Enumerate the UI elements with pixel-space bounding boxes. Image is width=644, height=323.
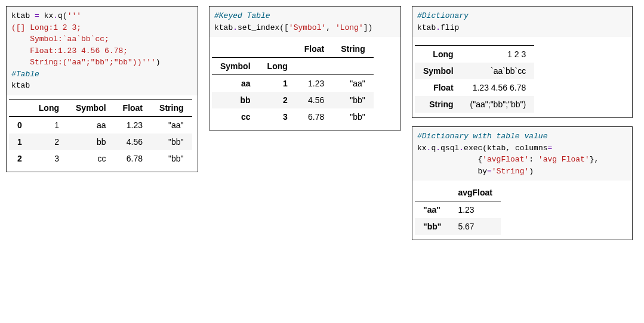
cell: cc — [67, 150, 115, 167]
table-row: 1 2 bb 4.56 "bb" — [9, 133, 192, 150]
cell: 1.23 — [449, 201, 501, 219]
cell: 1.23 — [296, 75, 332, 92]
cell: "bb" — [151, 150, 192, 167]
cell: "bb" — [332, 108, 373, 125]
table-row: bb 2 4.56 "bb" — [212, 92, 374, 108]
code-text: 'Symbol' — [289, 23, 326, 32]
cell-key: 2 — [259, 92, 296, 108]
right-column: #Dictionary ktab.flip Long 1 2 3 Symbol … — [412, 6, 633, 240]
output-dict: Long 1 2 3 Symbol `aa`bb`cc Float 1.23 4… — [415, 45, 534, 113]
table-row: "bb" 5.67 — [415, 218, 501, 235]
panel-dictionary: #Dictionary ktab.flip Long 1 2 3 Symbol … — [412, 6, 633, 118]
cell: 5.67 — [449, 218, 501, 235]
cell: 3 — [30, 150, 67, 167]
code-text: ) — [529, 167, 534, 176]
table-header: avgFloat — [449, 184, 501, 201]
table-row: "aa" 1.23 — [415, 201, 501, 219]
code-block-table: ktab = kx.q(''' ([] Long:1 2 3; Symbol:`… — [7, 7, 198, 95]
cell-key: "aa" — [415, 201, 449, 219]
code-text: #Keyed Table — [214, 11, 270, 20]
cell: 1.23 — [115, 116, 151, 133]
cell-key: Long — [415, 46, 462, 63]
cell: 1 2 3 — [462, 46, 535, 63]
row-index: 0 — [9, 116, 30, 133]
code-text: 'String' — [492, 167, 529, 176]
table-row: Symbol `aa`bb`cc — [415, 63, 534, 79]
panel-keyed-table: #Keyed Table ktab.set_index(['Symbol', '… — [209, 6, 401, 131]
table-header-row: avgFloat — [415, 184, 501, 201]
row-index: 1 — [9, 133, 30, 150]
table-header: Float — [296, 41, 332, 58]
code-text: ''' — [67, 11, 81, 20]
cell: bb — [67, 133, 115, 150]
code-text: ktab — [417, 23, 436, 32]
cell: 1.23 4.56 6.78 — [462, 79, 535, 96]
code-text: ([] Long:1 2 3; — [11, 23, 81, 32]
code-text: . — [436, 23, 440, 32]
code-text: ktab — [11, 11, 35, 20]
cell-key: aa — [212, 75, 259, 92]
panel-dict-tableval: #Dictionary with table value kx.q.qsql.e… — [412, 126, 633, 240]
cell-key: 1 — [259, 75, 296, 92]
table-row: Long 1 2 3 — [415, 46, 534, 63]
cell: `aa`bb`cc — [462, 63, 535, 79]
table-header-row: Long Symbol Float String — [9, 99, 192, 116]
cell-key: bb — [212, 92, 259, 108]
code-text: 'avgFloat' — [482, 155, 529, 164]
table-header: String — [332, 41, 373, 58]
table-header — [332, 58, 373, 75]
cell: "bb" — [332, 92, 373, 108]
cell: ("aa";"bb";"bb") — [462, 96, 535, 113]
code-text: = — [548, 144, 553, 153]
code-text: kx — [417, 144, 427, 153]
code-text: Float:1.23 4.56 6.78; — [11, 46, 128, 55]
table-header — [296, 58, 332, 75]
code-text: set_index([ — [238, 23, 289, 32]
index-header-row: Symbol Long — [212, 58, 374, 75]
cell: 4.56 — [115, 133, 151, 150]
table-header: Long — [259, 58, 296, 75]
code-text: = — [35, 11, 39, 20]
code-text: qsql — [440, 144, 459, 153]
code-text: ]) — [363, 23, 373, 32]
code-text: : — [529, 155, 538, 164]
cell-key: 3 — [259, 108, 296, 125]
cell-key: cc — [212, 108, 259, 125]
table-row: 0 1 aa 1.23 "aa" — [9, 116, 192, 133]
code-text: by — [417, 167, 487, 176]
code-text: = — [487, 167, 492, 176]
table-row: Float 1.23 4.56 6.78 — [415, 79, 534, 96]
table-header — [415, 184, 449, 201]
code-text: q( — [58, 11, 67, 20]
code-block-keyed: #Keyed Table ktab.set_index(['Symbol', '… — [209, 7, 400, 37]
cell: 2 — [30, 133, 67, 150]
cell: 6.78 — [296, 108, 332, 125]
code-text: #Dictionary — [417, 11, 469, 20]
cell-key: Symbol — [415, 63, 462, 79]
table-header: String — [151, 99, 192, 116]
output-keyed-table: Float String Symbol Long aa 1 1.23 "aa" — [212, 41, 374, 125]
code-block-exec: #Dictionary with table value kx.q.qsql.e… — [412, 127, 632, 181]
output-table: Long Symbol Float String 0 1 aa 1.23 "aa… — [9, 99, 192, 167]
cell: 4.56 — [296, 92, 332, 108]
cell: 1 — [30, 116, 67, 133]
code-text: . — [459, 144, 464, 153]
table-row: String ("aa";"bb";"bb") — [415, 96, 534, 113]
cell-key: String — [415, 96, 462, 113]
table-header — [9, 99, 30, 116]
table-row: aa 1 1.23 "aa" — [212, 75, 374, 92]
table-header: Symbol — [212, 58, 259, 75]
table-row: cc 3 6.78 "bb" — [212, 108, 374, 125]
table-header-row: Float String — [212, 41, 374, 58]
panel-table: ktab = kx.q(''' ([] Long:1 2 3; Symbol:`… — [6, 6, 198, 172]
code-text: #Dictionary with table value — [417, 132, 547, 141]
cell: 6.78 — [115, 150, 151, 167]
table-row: 2 3 cc 6.78 "bb" — [9, 150, 192, 167]
code-text: . — [53, 11, 58, 20]
code-text: }, — [590, 155, 599, 164]
cell: aa — [67, 116, 115, 133]
code-text: #Table — [11, 70, 39, 79]
table-header: Float — [115, 99, 151, 116]
output-exec: avgFloat "aa" 1.23 "bb" 5.67 — [415, 184, 501, 235]
table-header — [259, 41, 296, 58]
